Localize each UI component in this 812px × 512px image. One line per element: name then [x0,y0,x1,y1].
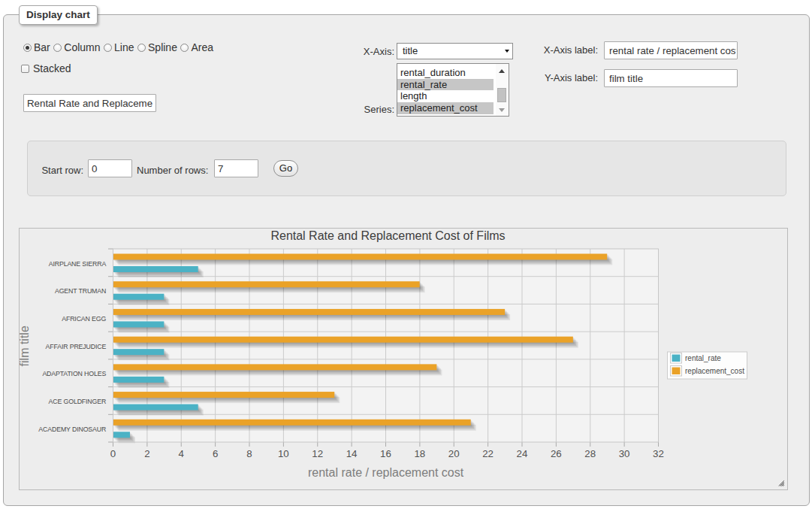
svg-text:30: 30 [619,448,630,459]
svg-text:2: 2 [144,448,149,459]
svg-text:26: 26 [551,448,562,459]
svg-text:ACE GOLDFINGER: ACE GOLDFINGER [49,398,107,405]
svg-text:12: 12 [312,448,323,459]
svg-text:4: 4 [179,448,184,459]
svg-text:AGENT TRUMAN: AGENT TRUMAN [55,287,106,295]
svg-text:film title: film title [20,326,31,366]
svg-text:6: 6 [213,448,218,459]
svg-text:replacement_cost: replacement_cost [685,367,744,375]
svg-text:rental rate / replacement cost: rental rate / replacement cost [308,466,464,479]
svg-text:18: 18 [414,448,425,459]
svg-text:0: 0 [110,448,116,459]
svg-text:28: 28 [584,448,596,459]
svg-text:20: 20 [448,448,460,459]
svg-text:32: 32 [653,448,664,459]
svg-text:8: 8 [246,448,252,459]
svg-text:AIRPLANE SIERRA: AIRPLANE SIERRA [49,260,107,268]
svg-text:16: 16 [380,448,391,459]
svg-text:10: 10 [278,448,289,459]
svg-text:rental_rate: rental_rate [685,354,721,362]
svg-text:ADAPTATION HOLES: ADAPTATION HOLES [42,370,106,377]
svg-text:ACADEMY DINOSAUR: ACADEMY DINOSAUR [38,426,106,433]
svg-text:AFFAIR PREJUDICE: AFFAIR PREJUDICE [45,343,106,350]
svg-text:22: 22 [482,448,494,459]
svg-text:Rental Rate and Replacement Co: Rental Rate and Replacement Cost of Film… [270,229,505,242]
svg-text:24: 24 [517,448,528,459]
svg-text:AFRICAN EGG: AFRICAN EGG [62,315,106,323]
svg-text:14: 14 [346,448,358,459]
